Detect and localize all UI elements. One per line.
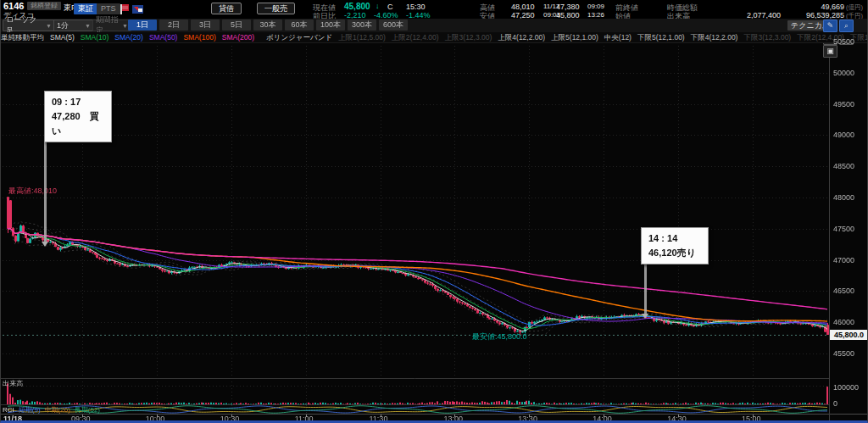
price-axis-tick: 48000	[833, 193, 854, 202]
zoom-icon[interactable]: ⌕	[839, 19, 854, 32]
sell-marker-line	[644, 264, 647, 314]
bollinger-band-legend[interactable]: 下限5(12,1.00)	[637, 33, 685, 42]
sma-legend-SMA(200)[interactable]: SMA(200)	[222, 33, 254, 42]
last-trade-time: 15:30	[406, 3, 426, 11]
price-axis-tick: 46000	[833, 318, 854, 326]
session-high-label: 最高値:48,010	[8, 186, 57, 197]
draw-icon[interactable]: ✎	[823, 19, 837, 32]
sell-marker-arrow	[642, 314, 648, 319]
chevron-down-icon: ▼	[85, 23, 91, 29]
time-axis-tick: 14:00	[593, 415, 612, 423]
bollinger-band-legend[interactable]: 上限5(12,1.00)	[551, 33, 598, 42]
bollinger-band-legend[interactable]: 上限1(12,5.00)	[338, 33, 386, 42]
chevron-down-icon: ▼	[122, 23, 128, 29]
quote-info-bar: 6146 ディスコ 銘柄登録 東P 東証 PTS 貸借 一般売 現在値 45,8…	[1, 0, 868, 19]
chart-area[interactable]: 5050050000495004900048500480004750047000…	[1, 0, 868, 423]
bollinger-band-legend[interactable]: 上限2(12,4.00)	[392, 33, 439, 42]
sma-legend-SMA(10)[interactable]: SMA(10)	[81, 33, 109, 42]
low-time: 13:26	[587, 11, 604, 19]
volume-axis-tick: 100000	[833, 383, 859, 392]
price-axis-tick: 46500	[833, 287, 854, 295]
margin-trade-button[interactable]: 貸借	[211, 3, 242, 14]
sell-annotation[interactable]: 14 : 14 46,120売り	[641, 227, 709, 264]
rci-series-label: 長期(52)	[75, 406, 100, 414]
prev-close-value: 48,010	[511, 3, 535, 11]
session-low-label: 最安値:45,800.0	[472, 331, 527, 342]
interval-select[interactable]: 1分▼	[53, 19, 94, 31]
news-flag-icon[interactable]	[132, 3, 144, 14]
price-chart-canvas[interactable]	[1, 0, 868, 423]
period-button-1日[interactable]: 1日	[128, 19, 157, 31]
price-axis-tick: 50000	[833, 69, 854, 77]
time-axis-tick: 10:00	[146, 415, 165, 423]
price-axis-tick: 48500	[833, 162, 854, 170]
price-axis-tick: 49500	[833, 100, 854, 109]
indicator-legend-bar: 単純移動平均SMA(5)SMA(10)SMA(20)SMA(50)SMA(100…	[1, 32, 868, 43]
bollinger-band-legend[interactable]: 下限3(12,3.00)	[743, 33, 791, 42]
period-button-3日[interactable]: 3日	[191, 19, 220, 31]
buy-annotation-time: 09 : 17	[52, 95, 104, 109]
period-button-group: 1日2日3日5日30本60本100本300本600本	[128, 19, 410, 31]
volume-pane-label: 出来高	[3, 379, 23, 388]
interval-value: 1分	[57, 20, 69, 31]
time-axis-tick: 09:30	[71, 415, 91, 423]
period-button-100本[interactable]: 100本	[316, 19, 345, 31]
close-flag: C	[387, 3, 393, 11]
period-button-30本[interactable]: 30本	[253, 19, 282, 31]
current-price-tag: 45,800.0	[830, 330, 868, 340]
bollinger-label: ボリンジャーバンド	[266, 33, 332, 42]
market-cap-unit: (億円)	[846, 3, 863, 12]
period-button-300本[interactable]: 300本	[348, 19, 376, 31]
sma-legend-SMA(50)[interactable]: SMA(50)	[149, 33, 178, 42]
time-axis-tick: 14:30	[667, 415, 687, 423]
sma-group-label: 単純移動平均	[1, 33, 44, 42]
bollinger-band-legend[interactable]: 上限3(12,3.00)	[445, 33, 492, 42]
period-button-600本[interactable]: 600本	[379, 19, 408, 31]
rci-indicator-labels: RCI短期(9)中期(26)長期(52)	[3, 405, 108, 415]
sma-legend-SMA(20)[interactable]: SMA(20)	[114, 33, 143, 42]
bollinger-band-legend[interactable]: 上限4(12,2.00)	[498, 33, 545, 42]
high-time: 09:09	[587, 3, 604, 10]
buy-annotation[interactable]: 09 : 17 47,280 買い	[44, 91, 112, 142]
buy-annotation-text: 47,280 買い	[52, 109, 104, 138]
time-axis-tick: 13:30	[518, 415, 537, 423]
period-button-5日[interactable]: 5日	[222, 19, 251, 31]
buy-marker-arrow	[42, 242, 48, 247]
register-symbol-button[interactable]: 銘柄登録	[27, 2, 61, 10]
sma-legend-SMA(100)[interactable]: SMA(100)	[183, 33, 215, 42]
bollinger-band-legend[interactable]: 下限4(12,2.00)	[691, 33, 738, 42]
rci-series-label: 中期(26)	[45, 406, 70, 414]
price-axis-tick: 47000	[833, 256, 854, 264]
sell-annotation-time: 14 : 14	[648, 231, 701, 246]
bollinger-band-legend[interactable]: 中央(12)	[604, 33, 632, 42]
price-axis-tick: 49000	[833, 131, 854, 139]
rci-series-label: 短期(9)	[19, 406, 41, 414]
chart-toolbar: ローソク足▼ 1分▼ 期間指定▼ 1日2日3日5日30本60本100本300本6…	[1, 19, 868, 33]
chart-type-select[interactable]: ローソク足▼	[3, 19, 55, 31]
panel-icon[interactable]: ▣	[823, 45, 837, 58]
trading-chart-window: 5050050000495004900048500480004750047000…	[0, 0, 868, 423]
time-axis-tick: 11:30	[370, 415, 388, 423]
time-axis-tick: 11/18	[3, 415, 22, 423]
current-price-value: 45,800	[344, 2, 370, 11]
sell-annotation-text: 46,120売り	[648, 246, 701, 260]
period-range-select[interactable]: 期間指定▼	[92, 19, 131, 31]
time-axis-tick: 10:30	[220, 415, 240, 423]
period-button-60本[interactable]: 60本	[285, 19, 314, 31]
period-button-2日[interactable]: 2日	[159, 19, 188, 31]
price-down-arrow-icon: ↓	[376, 2, 380, 10]
exchange-tose-button[interactable]: 東証	[74, 3, 97, 14]
time-axis-tick: 15:00	[742, 415, 761, 423]
price-axis-tick: 50500	[833, 37, 854, 46]
general-sell-button[interactable]: 一般売	[257, 3, 295, 14]
price-axis-tick: 47500	[833, 225, 854, 233]
prev-close-date: 11/17	[543, 3, 559, 10]
price-axis-tick: 45500	[833, 349, 854, 358]
rci-label: RCI	[3, 406, 14, 414]
open-time: 09:03	[543, 11, 560, 19]
sma-legend-SMA(5)[interactable]: SMA(5)	[50, 33, 75, 42]
buy-marker-line	[44, 127, 47, 242]
exchange-pts-button[interactable]: PTS	[97, 3, 120, 14]
market-cap-value: 49,669	[798, 3, 844, 11]
alert-flag-icon[interactable]	[120, 3, 131, 14]
